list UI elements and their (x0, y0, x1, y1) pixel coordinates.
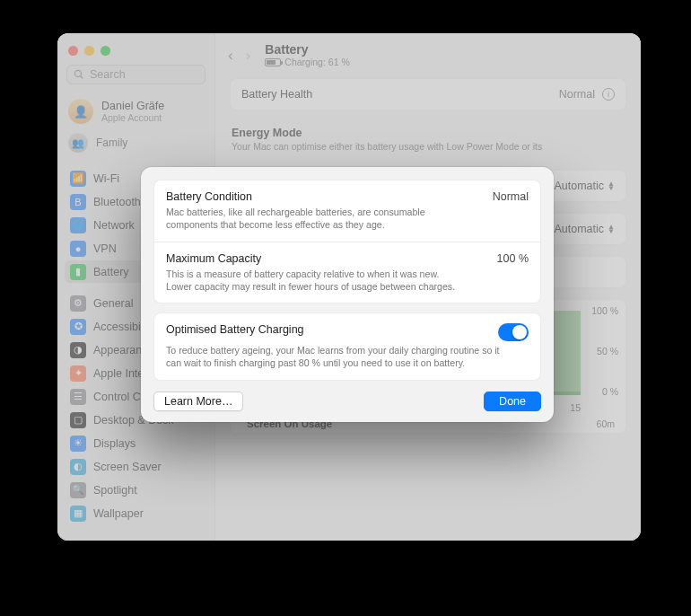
maximum-capacity-desc: This is a measure of battery capacity re… (166, 268, 462, 294)
maximum-capacity-value: 100 % (497, 252, 529, 265)
sheet-toggle-group: Optimised Battery Charging To reduce bat… (153, 312, 541, 381)
maximum-capacity-title: Maximum Capacity (166, 252, 261, 265)
learn-more-button[interactable]: Learn More… (153, 392, 243, 411)
optimised-charging-toggle[interactable] (498, 323, 529, 341)
battery-condition-title: Battery Condition (166, 190, 252, 203)
sheet-readonly-group: Battery Condition Normal Mac batteries, … (153, 180, 541, 304)
optimised-charging-title: Optimised Battery Charging (166, 323, 304, 336)
battery-condition-desc: Mac batteries, like all rechargeable bat… (166, 206, 462, 232)
done-button[interactable]: Done (484, 392, 541, 411)
optimised-charging-desc: To reduce battery ageing, your Mac learn… (166, 344, 507, 370)
battery-condition-item: Battery Condition Normal Mac batteries, … (154, 180, 540, 242)
maximum-capacity-item: Maximum Capacity 100 % This is a measure… (154, 242, 540, 304)
battery-condition-value: Normal (493, 190, 529, 203)
battery-health-sheet: Battery Condition Normal Mac batteries, … (141, 167, 554, 422)
optimised-charging-item: Optimised Battery Charging To reduce bat… (154, 313, 540, 380)
